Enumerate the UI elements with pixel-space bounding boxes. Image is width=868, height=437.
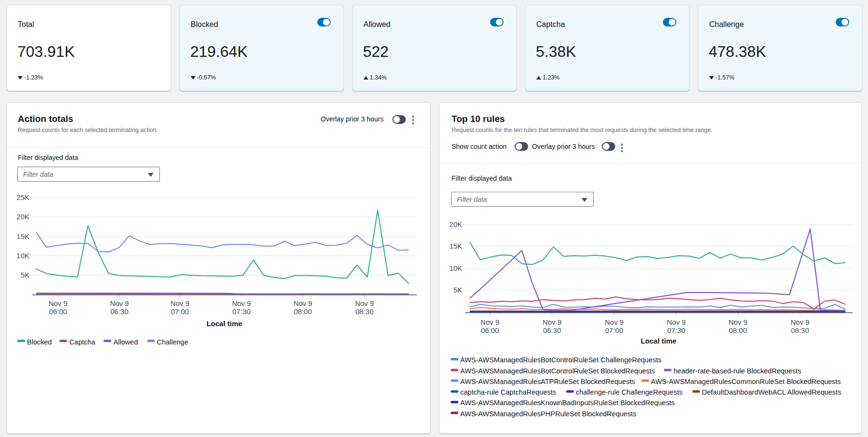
svg-text:06:00: 06:00 (481, 326, 499, 334)
svg-text:Nov 9: Nov 9 (543, 318, 561, 326)
svg-text:07:30: 07:30 (233, 307, 251, 316)
svg-text:Nov 9: Nov 9 (110, 299, 129, 307)
svg-text:Nov 9: Nov 9 (293, 299, 312, 307)
svg-text:Allowed: Allowed (114, 338, 138, 346)
svg-text:Nov 9: Nov 9 (480, 318, 499, 326)
svg-text:header-rate-based-rule Blocked: header-rate-based-rule BlockedRequests (674, 367, 801, 375)
svg-text:AWS-AWSManagedRulesPHPRuleSet: AWS-AWSManagedRulesPHPRuleSet BlockedReq… (460, 410, 636, 418)
svg-text:06:30: 06:30 (543, 326, 561, 334)
svg-text:AWS-AWSManagedRulesBotControlR: AWS-AWSManagedRulesBotControlRuleSet Cha… (460, 356, 661, 364)
svg-text:08:00: 08:00 (294, 307, 312, 316)
svg-text:AWS-AWSManagedRulesATPRuleSet: AWS-AWSManagedRulesATPRuleSet BlockedReq… (460, 378, 635, 385)
svg-text:Nov 9: Nov 9 (49, 299, 67, 307)
svg-text:20K: 20K (449, 220, 462, 228)
svg-text:5K: 5K (21, 271, 29, 279)
svg-text:Nov 9: Nov 9 (667, 318, 686, 326)
svg-text:25K: 25K (16, 193, 29, 201)
svg-text:5K: 5K (453, 286, 462, 294)
svg-text:08:00: 08:00 (729, 326, 747, 334)
svg-text:AWS-AWSManagedRulesKnownBadInp: AWS-AWSManagedRulesKnownBadInputsRuleSet… (460, 399, 674, 407)
svg-text:10K: 10K (16, 252, 29, 260)
svg-text:Nov 9: Nov 9 (728, 318, 747, 326)
svg-text:AWS-AWSManagedRulesBotControlR: AWS-AWSManagedRulesBotControlRuleSet Blo… (460, 367, 655, 375)
svg-text:15K: 15K (16, 232, 29, 240)
svg-text:08:30: 08:30 (791, 326, 809, 334)
svg-text:07:00: 07:00 (171, 307, 189, 316)
svg-text:07:00: 07:00 (605, 326, 623, 334)
svg-text:Local time: Local time (641, 337, 676, 345)
svg-text:15K: 15K (449, 242, 462, 250)
svg-text:Nov 9: Nov 9 (170, 299, 189, 307)
svg-text:Captcha: Captcha (69, 338, 96, 346)
svg-text:06:00: 06:00 (49, 307, 67, 316)
svg-text:Blocked: Blocked (27, 338, 52, 346)
svg-text:Local time: Local time (207, 319, 242, 328)
svg-text:captcha-rule CaptchaRequests: captcha-rule CaptchaRequests (460, 388, 556, 396)
svg-text:AWS-AWSManagedRulesCommonRuleS: AWS-AWSManagedRulesCommonRuleSet Blocked… (651, 378, 841, 385)
svg-text:06:30: 06:30 (110, 307, 129, 316)
svg-text:Nov 9: Nov 9 (605, 318, 623, 326)
svg-text:Nov 9: Nov 9 (232, 299, 251, 307)
svg-text:20K: 20K (16, 212, 29, 221)
svg-text:10K: 10K (449, 264, 462, 272)
svg-text:07:30: 07:30 (667, 326, 686, 334)
svg-text:DefaultDashboardWebACL Allowed: DefaultDashboardWebACL AllowedRequests (702, 388, 841, 396)
svg-text:Challenge: Challenge (157, 338, 188, 346)
svg-text:Nov 9: Nov 9 (790, 318, 809, 326)
svg-text:challenge-rule ChallengeReques: challenge-rule ChallengeRequests (576, 388, 683, 396)
svg-text:08:30: 08:30 (355, 307, 374, 316)
svg-text:Nov 9: Nov 9 (355, 299, 374, 307)
